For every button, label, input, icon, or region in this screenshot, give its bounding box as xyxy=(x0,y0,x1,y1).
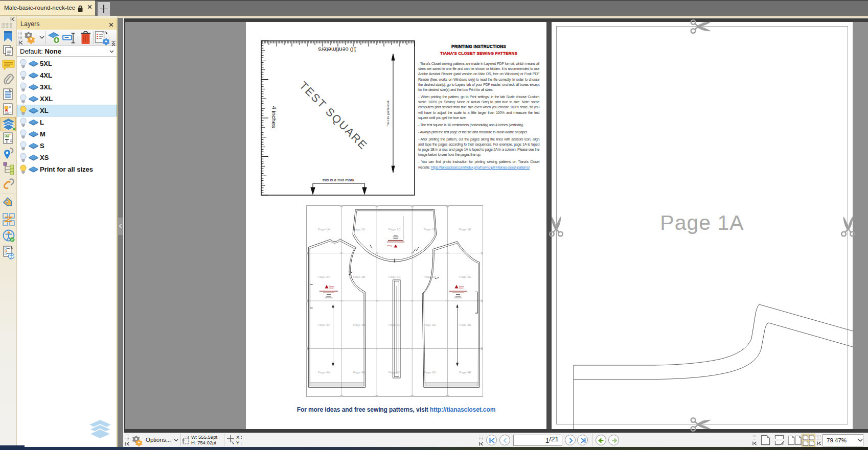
svg-text:Page 3E: Page 3E xyxy=(459,323,471,326)
svg-text:Closet: Closet xyxy=(459,287,464,289)
svg-text:this is a fold mark: this is a fold mark xyxy=(323,178,355,182)
svg-text:4 inches: 4 inches xyxy=(271,106,277,128)
svg-text:TEST SQUARE: TEST SQUARE xyxy=(297,79,370,152)
svg-text:Page 2C: Page 2C xyxy=(389,275,401,278)
svg-text:Page 4A: Page 4A xyxy=(318,370,331,374)
svg-text:Page 1A: Page 1A xyxy=(318,227,331,231)
svg-text:Page 2B: Page 2B xyxy=(353,275,366,278)
svg-text:Tiana’s: Tiana’s xyxy=(386,245,392,247)
svg-text:Page 1E: Page 1E xyxy=(459,227,471,231)
svg-text:Page 2A: Page 2A xyxy=(318,275,331,278)
svg-text:Closet: Closet xyxy=(329,287,334,289)
svg-text:Page 4E: Page 4E xyxy=(459,370,471,374)
svg-text:Page 3B: Page 3B xyxy=(353,323,366,326)
svg-text:This is the grainline mark: This is the grainline mark xyxy=(387,100,390,127)
svg-text:Page 4D: Page 4D xyxy=(424,370,437,374)
svg-text:Page 1C: Page 1C xyxy=(389,227,401,231)
svg-text:Page 3A: Page 3A xyxy=(318,323,331,326)
svg-text:Page 2D: Page 2D xyxy=(424,275,437,278)
svg-text:Page 4B: Page 4B xyxy=(353,370,366,374)
svg-text:Page 3D: Page 3D xyxy=(424,323,437,326)
svg-text:10 centimeters: 10 centimeters xyxy=(318,46,357,53)
svg-text:Page 2E: Page 2E xyxy=(459,275,471,278)
svg-text:Page 1D: Page 1D xyxy=(424,227,437,231)
